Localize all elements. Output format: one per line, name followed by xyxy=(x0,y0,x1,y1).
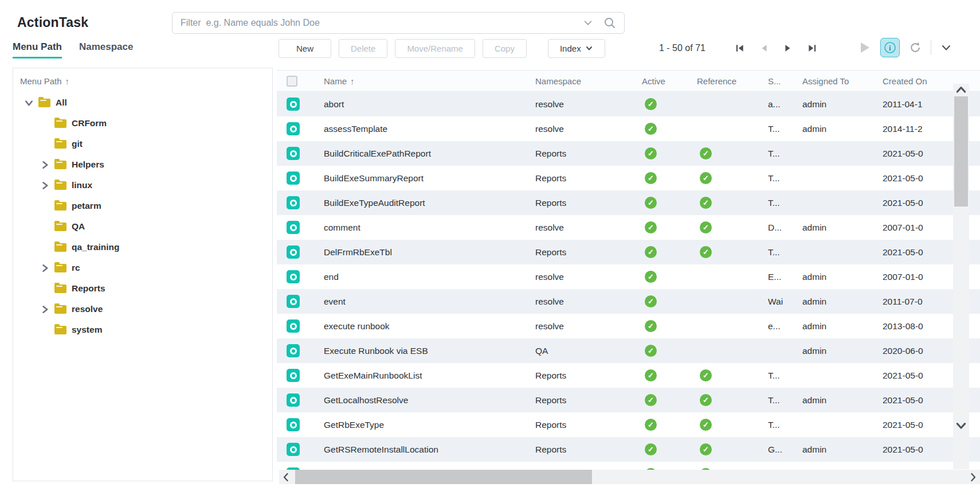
horizontal-scrollbar[interactable] xyxy=(279,470,980,484)
run-icon[interactable] xyxy=(859,41,871,54)
filter-combo xyxy=(172,12,625,34)
table-row[interactable]: GetExeMainRunbookListReports✓✓T...2021-0… xyxy=(277,363,980,388)
scroll-down-icon[interactable] xyxy=(953,421,969,430)
tab-namespace[interactable]: Namespace xyxy=(79,41,134,59)
column-header-active[interactable]: Active xyxy=(642,76,697,86)
svg-text:i: i xyxy=(889,44,891,52)
chevron-right-icon[interactable] xyxy=(41,160,54,169)
info-button[interactable]: i xyxy=(880,38,900,57)
column-header-assigned-to[interactable]: Assigned To xyxy=(802,76,883,86)
column-header-reference[interactable]: Reference xyxy=(697,76,768,86)
chevron-right-icon[interactable] xyxy=(41,305,54,314)
chevron-spacer xyxy=(41,119,54,128)
index-dropdown-button[interactable]: Index xyxy=(548,39,605,58)
table-row[interactable]: DelFrmRbExeTblReports✓✓T...2021-05-0 xyxy=(277,240,980,264)
table-row[interactable]: endresolve✓E...admin2007-01-0 xyxy=(277,264,980,289)
active-check-icon: ✓ xyxy=(645,246,657,258)
first-page-icon[interactable] xyxy=(735,44,744,53)
table-row[interactable]: GetLocalhostResolveReports✓✓T...admin202… xyxy=(277,388,980,412)
previous-page-icon[interactable] xyxy=(759,44,769,53)
table-row[interactable]: GetRSRemoteInstallLocationReports✓✓G...a… xyxy=(277,437,980,462)
cell-active: ✓ xyxy=(642,246,697,258)
table-row[interactable]: eventresolve✓Waiadmin2011-07-0 xyxy=(277,289,980,314)
cell-namespace: resolve xyxy=(535,99,642,110)
menu-path-panel: Menu Path ↑ AllCRFormgitHelperslinuxpeta… xyxy=(13,68,273,481)
active-check-icon: ✓ xyxy=(645,320,657,332)
tree-item-rc[interactable]: rc xyxy=(13,258,272,278)
last-page-icon[interactable] xyxy=(807,44,817,53)
tree-item-label: petarm xyxy=(72,201,101,211)
chevron-down-icon[interactable] xyxy=(583,18,593,28)
cell-assigned-to: admin xyxy=(802,223,883,233)
chevron-right-icon[interactable] xyxy=(41,181,54,190)
tree-item-petarm[interactable]: petarm xyxy=(13,196,272,216)
table-row[interactable]: BuildCriticalExePathReportReports✓✓T...2… xyxy=(277,141,980,166)
tree-item-qa-training[interactable]: qa_training xyxy=(13,237,272,258)
scroll-right-icon[interactable] xyxy=(967,471,979,483)
search-icon[interactable] xyxy=(603,17,616,29)
tree-item-label: qa_training xyxy=(72,242,120,252)
vertical-scrollbar[interactable] xyxy=(953,84,969,469)
tree-item-label: Helpers xyxy=(72,159,104,170)
move-rename-button[interactable]: Move/Rename xyxy=(395,39,475,58)
table-row[interactable]: BuildExeTypeAuditReportReports✓✓T...2021… xyxy=(277,190,980,215)
cell-namespace: Reports xyxy=(535,445,642,455)
reference-check-icon: ✓ xyxy=(700,172,712,184)
copy-button[interactable]: Copy xyxy=(483,39,527,58)
actiontask-icon xyxy=(287,172,300,185)
pagination-nav xyxy=(735,38,817,58)
select-all-checkbox[interactable] xyxy=(287,76,297,87)
tree-item-qa[interactable]: QA xyxy=(13,216,272,237)
table-row[interactable]: execute runbookresolve✓e...admin2013-08-… xyxy=(277,314,980,338)
cell-namespace: resolve xyxy=(535,223,642,233)
new-button[interactable]: New xyxy=(279,39,331,58)
scroll-up-icon[interactable] xyxy=(953,85,969,94)
tree-item-reports[interactable]: Reports xyxy=(13,278,272,299)
column-header-namespace[interactable]: Namespace xyxy=(535,76,642,86)
actiontask-table: Name ↑ Namespace Active Reference S... A… xyxy=(277,70,980,485)
table-row[interactable]: commentresolve✓✓D...admin2007-01-0 xyxy=(277,215,980,240)
cell-active: ✓ xyxy=(642,147,697,159)
cell-reference: ✓ xyxy=(697,172,768,184)
folder-icon xyxy=(54,326,66,334)
vertical-scrollbar-thumb[interactable] xyxy=(954,96,968,206)
table-row[interactable]: BuildExeSummaryReportReports✓✓T...2021-0… xyxy=(277,166,980,190)
scroll-left-icon[interactable] xyxy=(280,471,292,483)
active-check-icon: ✓ xyxy=(645,443,657,455)
table-row[interactable]: Execute Runbook via ESBQA✓admin2020-06-0 xyxy=(277,338,980,363)
folder-icon xyxy=(54,202,66,211)
folder-icon xyxy=(54,264,66,272)
refresh-icon[interactable] xyxy=(909,41,922,54)
actiontask-icon xyxy=(287,196,300,209)
cell-name: abort xyxy=(324,99,535,110)
column-header-name[interactable]: Name ↑ xyxy=(324,76,535,86)
chevron-right-icon[interactable] xyxy=(41,263,54,272)
cell-active: ✓ xyxy=(642,271,697,283)
tree-item-all[interactable]: All xyxy=(13,92,272,113)
table-row[interactable]: gitcheckallbranchlstgit✓✓G...admin2019-0… xyxy=(277,462,980,470)
column-header-summary[interactable]: S... xyxy=(768,76,802,86)
tree-item-label: rc xyxy=(72,263,80,273)
table-row[interactable]: assessTemplateresolve✓T...admin2014-11-2 xyxy=(277,116,980,141)
active-check-icon: ✓ xyxy=(645,345,657,357)
actiontask-icon xyxy=(287,344,300,357)
tree-header-label: Menu Path xyxy=(20,76,62,86)
horizontal-scrollbar-thumb[interactable] xyxy=(295,470,592,484)
cell-active: ✓ xyxy=(642,419,697,431)
tree-item-git[interactable]: git xyxy=(13,134,272,154)
tree-item-resolve[interactable]: resolve xyxy=(13,299,272,319)
table-row[interactable]: abortresolve✓a...admin2011-04-1 xyxy=(277,92,980,116)
tree-item-helpers[interactable]: Helpers xyxy=(13,154,272,175)
tab-menu-path[interactable]: Menu Path xyxy=(13,41,62,59)
filter-input[interactable] xyxy=(173,18,583,28)
delete-button[interactable]: Delete xyxy=(339,39,387,58)
tree-item-linux[interactable]: linux xyxy=(13,175,272,196)
tree-item-system[interactable]: system xyxy=(13,319,272,340)
cell-name: BuildExeSummaryReport xyxy=(324,173,535,184)
tree-header[interactable]: Menu Path ↑ xyxy=(13,68,272,89)
table-row[interactable]: GetRbExeTypeReports✓✓T...2021-05-0 xyxy=(277,412,980,437)
collapse-panel-chevron-icon[interactable] xyxy=(940,42,952,53)
tree-item-crform[interactable]: CRForm xyxy=(13,113,272,134)
next-page-icon[interactable] xyxy=(783,44,793,53)
chevron-down-icon[interactable] xyxy=(25,98,38,107)
